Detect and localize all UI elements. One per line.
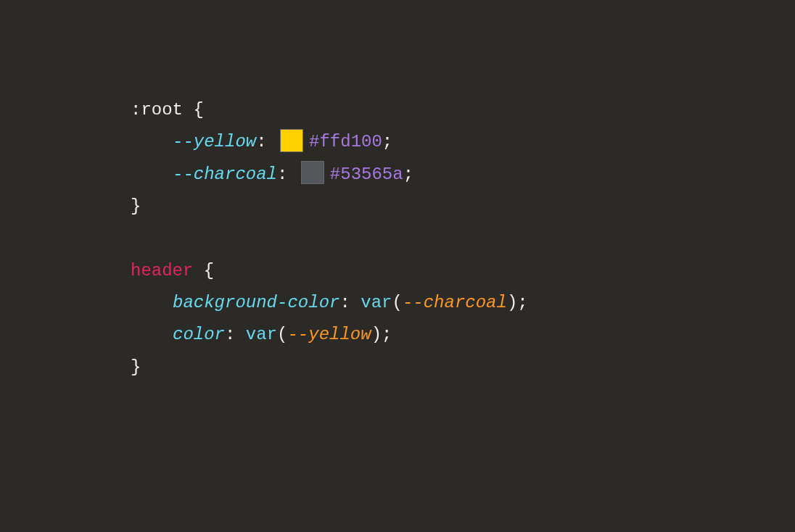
code-line: background-color: var(--charcoal); [131,287,795,319]
css-property: --yellow [173,132,256,151]
brace: } [131,357,141,377]
code-line: } [131,352,795,383]
code-line: color: var(--yellow); [131,319,795,351]
paren: ) [371,325,382,344]
css-value: #ffd100 [309,132,382,151]
css-param: --yellow [287,325,371,344]
css-param: --charcoal [403,293,507,312]
brace: { [193,261,214,280]
css-property: --charcoal [173,165,277,184]
color-swatch-icon[interactable] [280,129,303,152]
colon: : [256,132,277,151]
semicolon: ; [382,325,392,344]
code-line: header { [131,255,795,287]
css-function: var [246,325,277,344]
brace: } [131,196,141,216]
colon: : [339,293,361,312]
semicolon: ; [382,132,392,151]
paren: ( [277,325,287,344]
css-selector: :root [131,100,183,120]
css-selector: header [131,261,193,280]
blank-line [131,223,795,255]
paren: ( [392,293,402,312]
code-line: } [131,191,795,223]
css-property: background-color [173,293,339,312]
brace: { [183,100,204,120]
code-line: --charcoal: #53565a; [131,159,795,191]
paren: ) [507,293,517,312]
css-function: var [361,293,392,312]
code-line: :root { [131,94,795,126]
code-editor[interactable]: :root { --yellow: #ffd100; --charcoal: #… [0,0,795,383]
semicolon: ; [517,293,527,312]
color-swatch-icon[interactable] [301,161,324,184]
colon: : [225,325,246,344]
semicolon: ; [403,165,413,184]
css-property: color [173,325,225,344]
css-value: #53565a [330,165,403,184]
colon: : [277,165,298,184]
code-line: --yellow: #ffd100; [131,126,795,158]
